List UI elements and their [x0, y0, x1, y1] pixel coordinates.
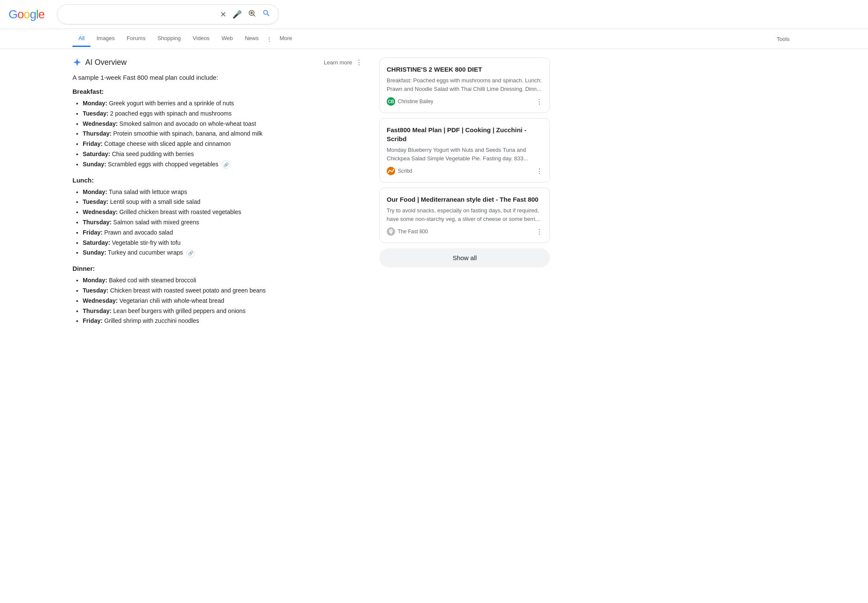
- nav-item-videos[interactable]: Videos: [187, 31, 216, 47]
- day-label: Monday:: [83, 277, 107, 284]
- ai-overview-title: AI Overview: [85, 58, 127, 67]
- search-input[interactable]: 1-week meal plan for the fast 800 diet: [64, 11, 216, 18]
- day-label: Monday:: [83, 188, 107, 195]
- header: Google 1-week meal plan for the fast 800…: [0, 0, 868, 29]
- day-label: Friday:: [83, 140, 103, 147]
- main-content: AI Overview Learn more ⋮ A sample 1-week…: [0, 49, 868, 335]
- list-item: Wednesday: Vegetarian chili with whole-w…: [83, 296, 362, 306]
- right-column: CHRISTINE'S 2 WEEK 800 DIET Breakfast: P…: [379, 58, 550, 326]
- image-search-button[interactable]: [247, 8, 257, 20]
- day-label: Sunday:: [83, 161, 106, 168]
- meal-sections: Breakfast: Monday: Greek yogurt with ber…: [72, 88, 362, 326]
- day-label: Friday:: [83, 229, 103, 236]
- day-label: Saturday:: [83, 151, 110, 157]
- day-label: Friday:: [83, 317, 103, 324]
- list-item: Thursday: Salmon salad with mixed greens: [83, 217, 362, 228]
- list-item: Saturday: Vegetable stir-fry with tofu: [83, 238, 362, 248]
- breakfast-list: Monday: Greek yogurt with berries and a …: [72, 99, 362, 170]
- lunch-list: Monday: Tuna salad with lettuce wraps Tu…: [72, 187, 362, 258]
- ai-overview-intro: A sample 1-week Fast 800 meal plan could…: [72, 74, 362, 81]
- ai-overview-header: AI Overview Learn more ⋮: [72, 58, 362, 67]
- google-logo[interactable]: Google: [9, 8, 44, 21]
- source-card-3: Our Food | Mediterranean style diet - Th…: [379, 188, 550, 243]
- list-item: Monday: Greek yogurt with berries and a …: [83, 99, 362, 109]
- list-item: Tuesday: Lentil soup with a small side s…: [83, 197, 362, 207]
- source-card-desc-2: Monday Blueberry Yogurt with Nuts and Se…: [387, 146, 543, 162]
- card-more-button-1[interactable]: ⋮: [536, 98, 543, 106]
- list-item: Thursday: Protein smoothie with spinach,…: [83, 129, 362, 139]
- author-name-2: Scribd: [398, 168, 412, 174]
- nav: All Images Forums Shopping Videos Web Ne…: [0, 29, 868, 49]
- day-label: Wednesday:: [83, 209, 118, 215]
- source-card-title-2: Fast800 Meal Plan | PDF | Cooking | Zucc…: [387, 125, 543, 143]
- day-label: Tuesday:: [83, 198, 108, 205]
- day-label: Sunday:: [83, 249, 106, 256]
- source-card-footer-2: Scribd ⋮: [387, 167, 543, 175]
- left-column: AI Overview Learn more ⋮ A sample 1-week…: [72, 58, 362, 326]
- author-name-3: The Fast 800: [398, 229, 428, 235]
- breakfast-heading: Breakfast:: [72, 88, 362, 95]
- nav-item-images[interactable]: Images: [90, 31, 121, 47]
- list-item: Sunday: Scrambled eggs with chopped vege…: [83, 159, 362, 170]
- source-card-2: Fast800 Meal Plan | PDF | Cooking | Zucc…: [379, 118, 550, 183]
- list-item: Tuesday: Chicken breast with roasted swe…: [83, 286, 362, 296]
- dinner-heading: Dinner:: [72, 265, 362, 272]
- show-all-button[interactable]: Show all: [379, 248, 550, 267]
- source-card-desc-3: Try to avoid snacks, especially on fasti…: [387, 206, 543, 223]
- day-label: Tuesday:: [83, 110, 108, 117]
- breakfast-section: Breakfast: Monday: Greek yogurt with ber…: [72, 88, 362, 170]
- source-author-2: Scribd: [387, 167, 412, 175]
- list-item: Wednesday: Smoked salmon and avocado on …: [83, 119, 362, 129]
- source-card-title-1: CHRISTINE'S 2 WEEK 800 DIET: [387, 65, 543, 74]
- nav-item-web[interactable]: Web: [216, 31, 239, 47]
- source-card-title-3: Our Food | Mediterranean style diet - Th…: [387, 195, 543, 204]
- author-avatar-2: [387, 167, 395, 175]
- source-card-footer-1: CB Christine Bailey ⋮: [387, 97, 543, 106]
- nav-item-all[interactable]: All: [72, 31, 90, 47]
- day-label: Thursday:: [83, 130, 112, 137]
- list-item: Friday: Prawn and avocado salad: [83, 228, 362, 238]
- voice-search-button[interactable]: 🎤: [231, 9, 243, 20]
- author-avatar-1: CB: [387, 97, 395, 106]
- day-label: Thursday:: [83, 219, 112, 226]
- source-card-footer-3: The Fast 800 ⋮: [387, 227, 543, 236]
- source-link-icon[interactable]: 🔗: [186, 249, 195, 258]
- day-label: Tuesday:: [83, 287, 108, 294]
- list-item: Friday: Cottage cheese with sliced apple…: [83, 139, 362, 149]
- list-item: Sunday: Turkey and cucumber wraps 🔗: [83, 248, 362, 258]
- card-more-button-3[interactable]: ⋮: [536, 228, 543, 236]
- ai-diamond-icon: [72, 58, 82, 67]
- source-author-1: CB Christine Bailey: [387, 97, 433, 106]
- source-author-3: The Fast 800: [387, 227, 428, 236]
- dinner-section: Dinner: Monday: Baked cod with steamed b…: [72, 265, 362, 326]
- lunch-heading: Lunch:: [72, 177, 362, 184]
- lunch-section: Lunch: Monday: Tuna salad with lettuce w…: [72, 177, 362, 258]
- author-avatar-3: [387, 227, 395, 236]
- ai-overview-actions: Learn more ⋮: [324, 58, 362, 67]
- nav-item-more[interactable]: More: [274, 31, 298, 47]
- list-item: Saturday: Chia seed pudding with berries: [83, 149, 362, 159]
- learn-more-link[interactable]: Learn more: [324, 59, 352, 66]
- source-card-1: CHRISTINE'S 2 WEEK 800 DIET Breakfast: P…: [379, 58, 550, 113]
- card-more-button-2[interactable]: ⋮: [536, 167, 543, 175]
- nav-tools[interactable]: Tools: [771, 32, 796, 46]
- author-name-1: Christine Bailey: [398, 99, 433, 104]
- source-link-icon[interactable]: 🔗: [222, 160, 230, 169]
- list-item: Tuesday: 2 poached eggs with spinach and…: [83, 109, 362, 119]
- google-search-button[interactable]: [261, 8, 272, 20]
- day-label: Thursday:: [83, 307, 112, 314]
- list-item: Friday: Grilled shrimp with zucchini noo…: [83, 316, 362, 326]
- nav-item-forums[interactable]: Forums: [121, 31, 151, 47]
- ai-overview-more-button[interactable]: ⋮: [356, 58, 362, 67]
- day-label: Monday:: [83, 100, 107, 107]
- nav-more-dots: ⋮: [265, 32, 274, 46]
- list-item: Thursday: Lean beef burgers with grilled…: [83, 306, 362, 316]
- clear-search-button[interactable]: ✕: [219, 9, 227, 20]
- dinner-list: Monday: Baked cod with steamed broccoli …: [72, 275, 362, 326]
- nav-item-news[interactable]: News: [239, 31, 265, 47]
- nav-item-shopping[interactable]: Shopping: [151, 31, 187, 47]
- search-bar: 1-week meal plan for the fast 800 diet ✕…: [57, 4, 279, 24]
- day-label: Wednesday:: [83, 297, 118, 304]
- list-item: Monday: Tuna salad with lettuce wraps: [83, 187, 362, 197]
- day-label: Wednesday:: [83, 120, 118, 127]
